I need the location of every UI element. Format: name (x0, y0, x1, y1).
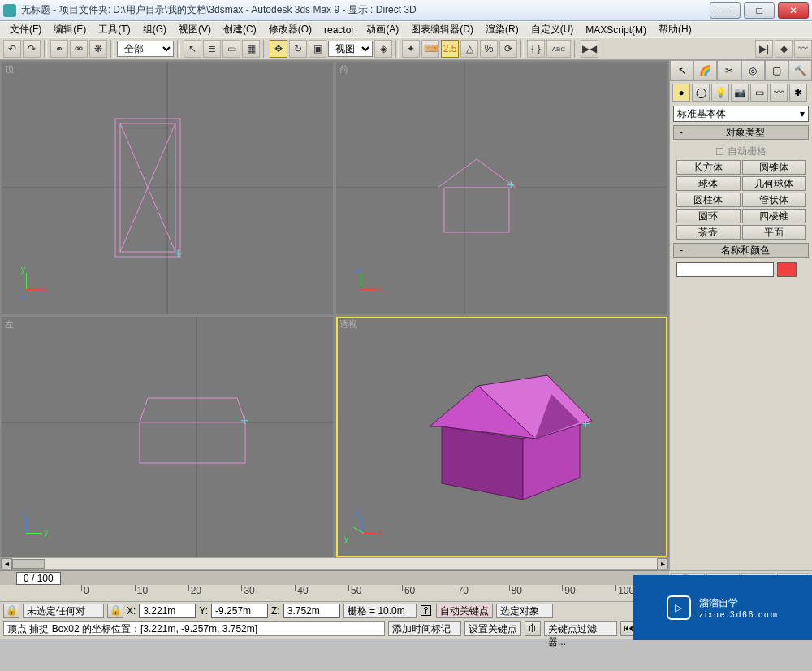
menu-maxscript[interactable]: MAXScript(M) (581, 23, 651, 37)
viewport-perspective[interactable]: 透视 + x z y (336, 317, 667, 557)
selected-object-label[interactable]: 选定对象 (496, 604, 553, 618)
menu-help[interactable]: 帮助(H) (654, 21, 697, 38)
curve-editor-button[interactable]: 〰 (794, 40, 812, 58)
viewport-area: 顶 + xy z 前 + x (0, 60, 669, 570)
rollout-object-type[interactable]: -对象类型 (673, 125, 809, 140)
time-slider-scrollbar[interactable]: ◂ ▸ (0, 557, 669, 570)
unlink-button[interactable]: ⚮ (70, 40, 88, 58)
titlebar: 无标题 - 项目文件夹: D:\用户目录\我的文档\3dsmax - Autod… (0, 0, 812, 21)
snap-toggle-button[interactable]: 2.5 (441, 40, 459, 58)
plane-button[interactable]: 平面 (742, 225, 806, 240)
cameras-button[interactable]: 📷 (731, 84, 749, 102)
rotate-button[interactable]: ↻ (289, 40, 307, 58)
category-select[interactable]: 标准基本体▾ (673, 106, 809, 122)
time-ruler[interactable]: 0102030405060708090100 (0, 585, 669, 601)
window-crossing-button[interactable]: ▦ (242, 40, 260, 58)
autogrid-checkbox[interactable]: ☐自动栅格 (673, 143, 809, 160)
select-region-button[interactable]: ▭ (222, 40, 240, 58)
move-button[interactable]: ✥ (270, 40, 287, 58)
menu-customize[interactable]: 自定义(U) (526, 21, 579, 38)
rollout-name-color[interactable]: -名称和颜色 (673, 243, 809, 258)
tab-create[interactable]: ↖ (670, 60, 693, 80)
grid-label: 栅格 = 10.0m (343, 604, 417, 618)
pivot-center-button[interactable]: ◈ (374, 40, 392, 58)
tab-utilities[interactable]: 🔨 (788, 60, 812, 80)
teapot-button[interactable]: 茶壶 (676, 225, 741, 240)
lock-selection-icon[interactable]: 🔒 (3, 604, 19, 618)
percent-snap-button[interactable]: % (480, 40, 498, 58)
object-color-swatch[interactable] (777, 262, 797, 277)
x-coord-input[interactable] (139, 604, 196, 618)
select-by-name-button[interactable]: ≣ (203, 40, 221, 58)
maximize-button[interactable]: □ (744, 2, 775, 19)
menu-modifiers[interactable]: 修改器(O) (264, 21, 317, 38)
menu-group[interactable]: 组(G) (138, 21, 171, 38)
undo-button[interactable]: ↶ (3, 40, 21, 58)
box-button[interactable]: 长方体 (676, 160, 741, 175)
add-time-tag-button[interactable]: 添加时间标记 (388, 621, 461, 636)
z-coord-input[interactable] (283, 604, 340, 618)
menu-tools[interactable]: 工具(T) (93, 21, 135, 38)
selection-status: 未选定任何对 (23, 604, 104, 618)
align-button[interactable]: ▶| (755, 40, 773, 58)
reference-coord-select[interactable]: 视图 (328, 41, 373, 57)
time-slider[interactable]: 0 / 100 (0, 570, 669, 585)
minimize-button[interactable]: — (710, 2, 741, 19)
cylinder-button[interactable]: 圆柱体 (676, 193, 741, 207)
auto-key-button[interactable]: 自动关键点 (436, 604, 493, 618)
tab-hierarchy[interactable]: ✂ (717, 60, 741, 80)
select-manipulate-button[interactable]: ✦ (402, 40, 420, 58)
mirror-button[interactable]: ▶◀ (581, 40, 598, 58)
redo-button[interactable]: ↷ (23, 40, 41, 58)
selection-lock-button[interactable]: 🔒 (107, 604, 123, 618)
key-filters-button[interactable]: 关键点过滤器... (544, 621, 617, 636)
geometry-button[interactable]: ● (672, 84, 690, 102)
selection-filter-select[interactable]: 全部 (117, 41, 174, 57)
viewport-left[interactable]: 左 + y z (2, 317, 333, 557)
cone-button[interactable]: 圆锥体 (742, 160, 806, 175)
angle-snap-button[interactable]: △ (460, 40, 478, 58)
spinner-snap-button[interactable]: ⟳ (499, 40, 517, 58)
shapes-button[interactable]: ◯ (692, 84, 710, 102)
systems-button[interactable]: ✱ (789, 84, 807, 102)
object-name-input[interactable] (676, 262, 774, 277)
select-object-button[interactable]: ↖ (184, 40, 201, 58)
layers-button[interactable]: ◆ (775, 40, 793, 58)
bind-space-warp-button[interactable]: ❋ (89, 40, 107, 58)
helpers-button[interactable]: ▭ (750, 84, 768, 102)
viewport-top[interactable]: 顶 + xy z (2, 62, 333, 314)
geosphere-button[interactable]: 几何球体 (742, 176, 806, 191)
space-warps-button[interactable]: 〰 (770, 84, 788, 102)
menu-graph[interactable]: 图表编辑器(D) (406, 21, 478, 38)
y-coord-input[interactable] (211, 604, 268, 618)
frame-indicator[interactable]: 0 / 100 (16, 572, 61, 585)
svg-line-4 (120, 123, 148, 188)
set-key-button[interactable]: 设置关键点 (464, 621, 521, 636)
menu-create[interactable]: 创建(C) (218, 21, 261, 38)
named-selection-button[interactable]: { } (527, 40, 545, 58)
menu-render[interactable]: 渲染(R) (481, 21, 524, 38)
key-mode-button[interactable]: ⫛ (525, 621, 541, 636)
torus-button[interactable]: 圆环 (676, 209, 741, 223)
scale-button[interactable]: ▣ (309, 40, 326, 58)
menu-reactor[interactable]: reactor (319, 23, 359, 37)
pyramid-button[interactable]: 四棱锥 (742, 209, 806, 223)
menu-animation[interactable]: 动画(A) (361, 21, 404, 38)
menu-views[interactable]: 视图(V) (174, 21, 216, 38)
close-button[interactable]: ✕ (778, 2, 809, 19)
scroll-thumb[interactable] (12, 559, 45, 569)
abc-button[interactable]: ABC (546, 40, 571, 58)
sphere-button[interactable]: 球体 (676, 176, 741, 191)
viewport-front[interactable]: 前 + x z (336, 62, 667, 314)
menu-edit[interactable]: 编辑(E) (49, 21, 91, 38)
link-button[interactable]: ⚭ (50, 40, 68, 58)
tab-motion[interactable]: ◎ (741, 60, 765, 80)
tube-button[interactable]: 管状体 (742, 193, 806, 207)
tab-display[interactable]: ▢ (765, 60, 788, 80)
lights-button[interactable]: 💡 (711, 84, 729, 102)
scroll-left-button[interactable]: ◂ (1, 558, 12, 569)
scroll-right-button[interactable]: ▸ (657, 558, 668, 569)
tab-modify[interactable]: 🌈 (693, 60, 717, 80)
menu-file[interactable]: 文件(F) (5, 21, 46, 38)
keyboard-shortcut-button[interactable]: ⌨ (421, 40, 439, 58)
